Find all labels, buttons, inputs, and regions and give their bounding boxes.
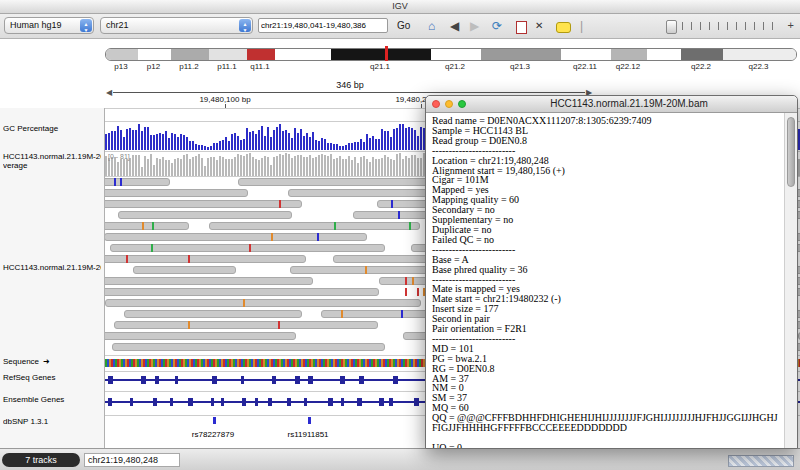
coverage-bar [252, 157, 254, 176]
back-icon[interactable]: ◀ [450, 18, 459, 34]
gc-bar [369, 138, 371, 150]
track-label[interactable]: dbSNP 1.3.1 [3, 417, 101, 426]
gc-bar [117, 126, 119, 150]
minimize-icon[interactable] [445, 100, 453, 108]
ideogram-band-label: q22.2 [691, 62, 711, 71]
popup-scrollbar[interactable] [784, 113, 797, 448]
aligned-read[interactable] [118, 211, 292, 219]
gc-bar [336, 144, 338, 150]
ruler-tick-label: 19,480,100 bp [199, 95, 250, 104]
zoom-tick[interactable] [682, 22, 683, 30]
scrollbar-thumb[interactable] [787, 117, 795, 187]
aligned-read[interactable] [105, 299, 421, 307]
zoom-thumb[interactable] [666, 20, 677, 34]
forward-icon[interactable]: ▶ [470, 18, 479, 34]
aligned-read[interactable] [114, 321, 378, 329]
genome-select[interactable]: Human hg19 ▲▼ [4, 17, 94, 34]
gc-bar [261, 126, 263, 150]
maximize-icon[interactable] [458, 100, 466, 108]
chromosome-select[interactable]: chr21 ▲▼ [100, 17, 253, 34]
aligned-read[interactable] [105, 189, 248, 197]
go-button[interactable]: Go [397, 20, 410, 31]
chromosome-band [275, 49, 331, 60]
mismatch-tick [334, 222, 336, 230]
zoom-tick[interactable] [772, 22, 773, 30]
coverage-range-label: [0 - 81] [108, 153, 130, 160]
aligned-read[interactable] [105, 332, 296, 340]
gc-bar [165, 131, 167, 150]
chromosome-band [171, 49, 209, 60]
coverage-bar [231, 159, 233, 176]
home-icon[interactable]: ⌂ [428, 18, 435, 34]
zoom-tick[interactable] [718, 22, 719, 30]
gc-bar [363, 142, 365, 150]
aligned-read[interactable] [105, 288, 379, 296]
track-label[interactable]: Sequence➜ [3, 357, 101, 366]
aligned-read[interactable] [105, 255, 306, 263]
popup-behavior-icon[interactable] [556, 22, 571, 33]
aligned-read[interactable] [133, 266, 236, 274]
coverage-bar [372, 157, 374, 176]
zoom-tick[interactable] [727, 22, 728, 30]
zoom-tick[interactable] [700, 22, 701, 30]
track-label[interactable]: RefSeq Genes [3, 373, 101, 382]
aligned-read[interactable] [105, 277, 313, 285]
ideogram-band-label: q22.12 [616, 62, 640, 71]
coverage-bar [201, 158, 203, 177]
aligned-read[interactable] [112, 343, 385, 351]
refresh-icon[interactable]: ⟳ [492, 18, 502, 34]
aligned-read[interactable] [105, 233, 367, 241]
zoom-tick[interactable] [709, 22, 710, 30]
zoom-tick[interactable] [691, 22, 692, 30]
gc-bar [174, 134, 176, 150]
zoom-slider[interactable]: + [666, 19, 794, 33]
coverage-bar [243, 156, 245, 176]
zoom-in-icon[interactable]: + [788, 19, 794, 31]
gene-exon [328, 398, 333, 406]
define-region-icon[interactable] [516, 21, 527, 34]
chromosome-band [611, 49, 647, 60]
track-label[interactable]: verage [3, 161, 101, 170]
track-label[interactable]: GC Percentage [3, 124, 101, 133]
gc-bar [219, 141, 221, 150]
gc-bar [405, 128, 407, 150]
coverage-bar [351, 160, 353, 176]
gc-bar [372, 136, 374, 150]
gene-exon [170, 398, 173, 406]
zoom-tick[interactable] [763, 22, 764, 30]
gc-bar [129, 128, 131, 150]
gc-bar [300, 129, 302, 150]
coverage-bar [111, 157, 113, 176]
track-label[interactable]: HCC1143.normal.21.19M-20M.ba [3, 152, 101, 161]
aligned-read[interactable] [105, 200, 302, 208]
coverage-bar [240, 155, 242, 176]
gene-exon [359, 376, 364, 384]
zoom-tick[interactable] [736, 22, 737, 30]
dbsnp-variant-tick[interactable] [308, 417, 311, 424]
aligned-read[interactable] [209, 222, 420, 230]
select-arrows-icon: ▲▼ [80, 19, 92, 32]
coverage-bar [153, 165, 155, 176]
track-label[interactable]: HCC1143.normal.21.19M-20M.ba [3, 263, 101, 272]
coverage-bar [159, 159, 161, 176]
gc-bar [204, 146, 206, 150]
zoom-tick[interactable] [754, 22, 755, 30]
coverage-bar [249, 153, 251, 176]
chromosome-bar[interactable] [105, 48, 797, 61]
coverage-bar [318, 155, 320, 176]
coverage-bar [123, 159, 125, 176]
window-titlebar[interactable]: IGV [0, 0, 800, 14]
track-label[interactable]: Ensemble Genes [3, 395, 101, 404]
resize-tracks-icon[interactable]: ✕ [535, 18, 543, 34]
coverage-bar [285, 153, 287, 176]
aligned-read[interactable] [105, 222, 189, 230]
chromosome-ideogram[interactable]: p13p12p11.2p11.1q11.1q21.1q21.2q21.3q22.… [0, 39, 800, 78]
gc-bar [228, 141, 230, 150]
close-icon[interactable] [432, 100, 440, 108]
popup-titlebar[interactable]: HCC1143.normal.21.19M-20M.bam [426, 96, 797, 113]
dbsnp-variant-tick[interactable] [213, 417, 216, 424]
zoom-tick[interactable] [745, 22, 746, 30]
locus-input[interactable] [258, 18, 388, 33]
aligned-read[interactable] [124, 310, 302, 318]
sequence-strand-arrow-icon[interactable]: ➜ [43, 357, 50, 366]
